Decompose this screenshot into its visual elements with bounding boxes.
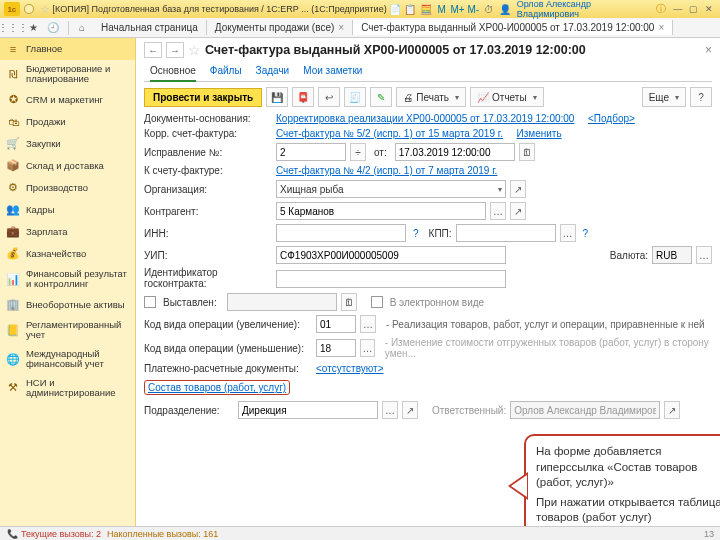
- select-icon[interactable]: …: [382, 401, 398, 419]
- nav-fwd-button[interactable]: →: [166, 42, 184, 58]
- save-icon[interactable]: 💾: [266, 87, 288, 107]
- crm-icon: ✪: [6, 93, 20, 107]
- close-button[interactable]: ✕: [702, 2, 716, 16]
- calendar-icon[interactable]: 🗓: [519, 143, 535, 161]
- toolbar-icon[interactable]: M-: [467, 2, 481, 16]
- subnav-main[interactable]: Основное: [150, 61, 196, 82]
- create-based-icon[interactable]: ✎: [370, 87, 392, 107]
- menu-icon[interactable]: ⋮⋮⋮: [4, 20, 22, 36]
- sidebar-item[interactable]: 📦Склад и доставка: [0, 155, 135, 177]
- subnav-tasks[interactable]: Задачи: [256, 61, 290, 81]
- sidebar-item[interactable]: 🌐Международный финансовый учет: [0, 345, 135, 374]
- basis-link[interactable]: Корректировка реализации ХР00-000005 от …: [276, 113, 574, 124]
- print-button[interactable]: 🖨Печать: [396, 87, 466, 107]
- sidebar-item[interactable]: 🛒Закупки: [0, 133, 135, 155]
- open-icon[interactable]: ↗: [402, 401, 418, 419]
- toolbar-icon[interactable]: M: [435, 2, 449, 16]
- post-icon[interactable]: 📮: [292, 87, 314, 107]
- sidebar-item[interactable]: 👥Кадры: [0, 199, 135, 221]
- fix-number-input[interactable]: [276, 143, 346, 161]
- select-icon[interactable]: …: [560, 224, 576, 242]
- toolbar-icon[interactable]: 📋: [403, 2, 417, 16]
- favorite-star-icon[interactable]: ☆: [40, 3, 50, 16]
- pick-link[interactable]: <Подбор>: [588, 113, 635, 124]
- opcode-inc-input[interactable]: [316, 315, 356, 333]
- subnav-files[interactable]: Файлы: [210, 61, 242, 81]
- status-bar: 📞 Текущие вызовы: 2 Накопленные вызовы: …: [0, 526, 720, 540]
- inn-input[interactable]: [276, 224, 406, 242]
- sidebar-item[interactable]: 📒Регламентированный учет: [0, 316, 135, 345]
- uip-input[interactable]: [276, 246, 506, 264]
- subnav-notes[interactable]: Мои заметки: [303, 61, 362, 81]
- maximize-button[interactable]: ▢: [687, 2, 701, 16]
- select-icon[interactable]: …: [360, 315, 376, 333]
- tab-invoice[interactable]: Счет-фактура выданный ХР00-И000005 от 17…: [353, 20, 673, 35]
- cancel-post-icon[interactable]: ↩: [318, 87, 340, 107]
- user-name[interactable]: Орлов Александр Владимирович: [517, 0, 653, 19]
- electronic-checkbox[interactable]: [371, 296, 383, 308]
- titlebar-dropdown-icon[interactable]: [24, 4, 34, 14]
- label: Документы-основания:: [144, 113, 272, 124]
- help-icon[interactable]: ?: [413, 228, 419, 239]
- posted-checkbox[interactable]: [144, 296, 156, 308]
- goods-composition-link[interactable]: Состав товаров (работ, услуг): [144, 380, 290, 395]
- tab-home[interactable]: Начальная страница: [93, 20, 207, 35]
- label: Валюта:: [610, 250, 648, 261]
- structure-icon[interactable]: 🧾: [344, 87, 366, 107]
- post-and-close-button[interactable]: Провести и закрыть: [144, 88, 262, 107]
- warehouse-icon: 📦: [6, 159, 20, 173]
- opcode-dec-input[interactable]: [316, 339, 356, 357]
- sidebar-item[interactable]: 📊Финансовый результат и контроллинг: [0, 265, 135, 294]
- sidebar-item[interactable]: ₪Бюджетирование и планирование: [0, 60, 135, 89]
- stepper-icon[interactable]: ÷: [350, 143, 366, 161]
- reports-button[interactable]: 📈Отчеты: [470, 87, 544, 107]
- close-icon[interactable]: ×: [338, 22, 344, 33]
- division-input[interactable]: [238, 401, 378, 419]
- select-icon[interactable]: …: [696, 246, 712, 264]
- change-link[interactable]: Изменить: [517, 128, 562, 139]
- sidebar-item[interactable]: 💰Казначейство: [0, 243, 135, 265]
- more-button[interactable]: Еще: [642, 87, 686, 107]
- sidebar-item[interactable]: 💼Зарплата: [0, 221, 135, 243]
- calendar-icon[interactable]: 🗓: [341, 293, 357, 311]
- toolbar-icon[interactable]: M+: [451, 2, 465, 16]
- star-icon[interactable]: ★: [24, 20, 42, 36]
- open-icon[interactable]: ↗: [510, 202, 526, 220]
- home-icon[interactable]: ⌂: [73, 20, 91, 36]
- sidebar-label: Главное: [26, 44, 62, 54]
- payment-docs-link[interactable]: <отсутствуют>: [316, 363, 384, 374]
- kschet-link[interactable]: Счет-фактура № 4/2 (испр. 1) от 7 марта …: [276, 165, 497, 176]
- help-icon[interactable]: ?: [583, 228, 589, 239]
- select-icon[interactable]: …: [360, 339, 375, 357]
- label: Код вида операции (уменьшение):: [144, 343, 312, 354]
- corr-link[interactable]: Счет-фактура № 5/2 (испр. 1) от 15 марта…: [276, 128, 503, 139]
- close-icon[interactable]: ×: [658, 22, 664, 33]
- sidebar-item[interactable]: 🛍Продажи: [0, 111, 135, 133]
- sidebar-item[interactable]: 🏢Внеоборотные активы: [0, 294, 135, 316]
- close-button[interactable]: ×: [705, 43, 712, 57]
- callout-text: При нажатии открывается таблица товаров …: [536, 495, 720, 526]
- select-icon[interactable]: …: [490, 202, 506, 220]
- tab-docs[interactable]: Документы продажи (все)×: [207, 20, 353, 35]
- toolbar-icon[interactable]: 🧮: [419, 2, 433, 16]
- org-select[interactable]: Хищная рыба: [276, 180, 506, 198]
- annotation-callout: На форме добавляется гиперссылка «Состав…: [524, 434, 720, 526]
- sidebar-item[interactable]: ✪CRM и маркетинг: [0, 89, 135, 111]
- date-input[interactable]: [395, 143, 515, 161]
- help-icon[interactable]: ?: [690, 87, 712, 107]
- open-icon[interactable]: ↗: [510, 180, 526, 198]
- open-icon[interactable]: ↗: [664, 401, 680, 419]
- favorite-star-icon[interactable]: ☆: [188, 42, 201, 58]
- sidebar-item[interactable]: ⚙Производство: [0, 177, 135, 199]
- toolbar-icon[interactable]: ⏱: [482, 2, 496, 16]
- kontr-input[interactable]: [276, 202, 486, 220]
- goscontract-input[interactable]: [276, 270, 506, 288]
- nav-back-button[interactable]: ←: [144, 42, 162, 58]
- sidebar-item[interactable]: ⚒НСИ и администрирование: [0, 374, 135, 403]
- info-icon[interactable]: ⓘ: [654, 2, 668, 16]
- history-icon[interactable]: 🕘: [44, 20, 62, 36]
- kpp-input[interactable]: [456, 224, 556, 242]
- toolbar-icon[interactable]: 📄: [388, 2, 402, 16]
- minimize-button[interactable]: —: [671, 2, 685, 16]
- sidebar-item[interactable]: ≡Главное: [0, 38, 135, 60]
